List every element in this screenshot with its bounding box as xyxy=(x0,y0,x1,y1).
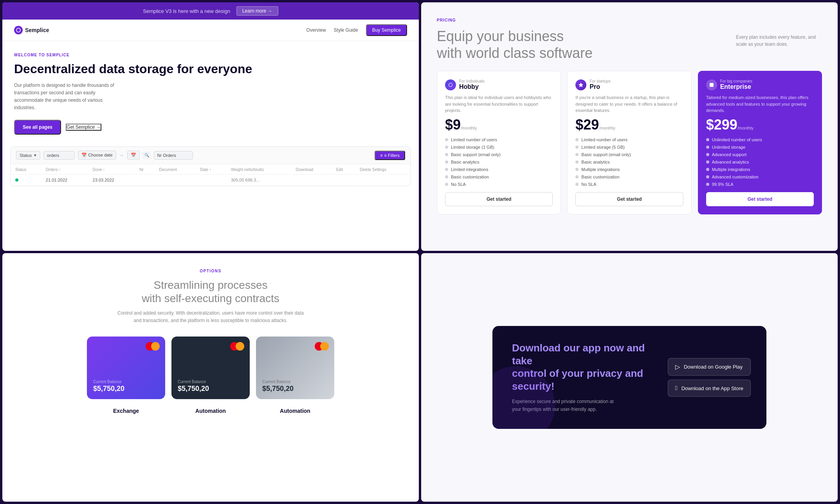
apple-icon:  xyxy=(675,385,678,392)
app-download-container: Download our app now and take control of… xyxy=(492,326,766,428)
google-play-button[interactable]: ▷ Download on Google Play xyxy=(668,358,751,376)
exchange-amount: $5,750,20 xyxy=(93,385,159,393)
date-select[interactable]: 📅 Choose date xyxy=(78,151,116,160)
status-indicator xyxy=(15,178,18,182)
panel-landing: Semplice V3 is here with a new design Le… xyxy=(2,2,419,251)
enterprise-get-started-button[interactable]: Get started xyxy=(706,192,814,206)
hobby-tier: For Individuals xyxy=(459,79,485,83)
data-table: Status Orders ↑ Done ↑ Nr Document Date … xyxy=(11,164,411,186)
svg-point-0 xyxy=(16,28,20,32)
nr-orders-input[interactable]: Nr Orders xyxy=(154,151,193,160)
col-done: Done ↑ xyxy=(89,165,135,175)
hobby-name: Hobby xyxy=(459,83,485,90)
pricing-card-pro: For startups Pro If you're a small busin… xyxy=(567,71,691,214)
table-row: 21.01.2022 23.03.2022 305.05 698.3... xyxy=(11,175,410,185)
pro-features: Limited number of users Limited storage … xyxy=(575,137,683,187)
option-cards-row: Current Balance $5,750,20 Exchange Curre… xyxy=(18,337,403,414)
col-status: Status xyxy=(11,165,41,175)
automation-card-1: Current Balance $5,750,20 xyxy=(171,337,250,399)
enterprise-name: Enterprise xyxy=(720,83,752,90)
card-sublabel-3: Current Balance xyxy=(262,380,328,384)
hobby-features: Limited number of users Limited storage … xyxy=(445,137,553,187)
pro-get-started-button[interactable]: Get started xyxy=(575,192,683,206)
nav: Semplice Overview Style Guide Buy Sempli… xyxy=(2,20,419,41)
automation-amount-1: $5,750,20 xyxy=(178,385,243,393)
col-edit: Edit xyxy=(332,165,355,175)
play-store-icon: ▷ xyxy=(675,363,680,371)
col-date: Date ↑ xyxy=(196,165,226,175)
filters-button[interactable]: ≡ ≡ Filters xyxy=(375,151,405,160)
pricing-cards: For Individuals Hobby This plan is ideal… xyxy=(437,71,822,214)
options-title: Streamlining processes with self-executi… xyxy=(142,279,279,305)
col-nr: Nr xyxy=(135,165,154,175)
pro-desc: If you're a small business or a startup,… xyxy=(575,94,683,114)
search-icon[interactable]: 🔍 xyxy=(143,151,151,159)
hero-buttons: See all pages Get Semplice → xyxy=(14,120,407,135)
automation-card-wrapper-1: Current Balance $5,750,20 Automation xyxy=(171,337,250,414)
google-play-label: Download on Google Play xyxy=(684,364,743,370)
hero-tag: WELCOME TO SEMPLICE xyxy=(14,53,407,57)
automation-card-2: Current Balance $5,750,20 xyxy=(256,337,334,399)
orders-input[interactable]: orders xyxy=(43,151,75,160)
pro-tier: For startups xyxy=(589,79,610,83)
pro-price: $29/monthly xyxy=(575,118,683,132)
app-store-label: Download on the App Store xyxy=(681,385,743,391)
app-download-buttons: ▷ Download on Google Play  Download on … xyxy=(668,358,751,397)
logo: Semplice xyxy=(14,26,49,34)
svg-rect-2 xyxy=(710,83,714,87)
hobby-icon xyxy=(445,79,456,90)
enterprise-features: Unlimited number of users Unlimited stor… xyxy=(706,137,814,187)
hobby-get-started-button[interactable]: Get started xyxy=(445,192,553,206)
status-select[interactable]: Status ▼ xyxy=(16,151,40,160)
pro-icon xyxy=(575,79,586,90)
topbar: Semplice V3 is here with a new design Le… xyxy=(2,2,419,20)
logo-icon xyxy=(14,26,23,34)
buy-semplice-button[interactable]: Buy Semplice xyxy=(366,24,407,36)
panel-pricing: PRICING Equip your business with world c… xyxy=(421,2,838,251)
exchange-card: Current Balance $5,750,20 xyxy=(87,337,165,399)
nav-overview[interactable]: Overview xyxy=(306,27,326,33)
mastercard-logo-3 xyxy=(315,342,329,351)
panel-options: OPTIONS Streamlining processes with self… xyxy=(2,253,419,502)
svg-marker-1 xyxy=(579,83,583,87)
mc-yellow-2 xyxy=(236,342,244,351)
pricing-card-enterprise: For big companies Enterprise Tailored fo… xyxy=(698,71,822,214)
hero-title: Decentralized data storage for everyone xyxy=(14,62,407,76)
hero-section: WELCOME TO SEMPLICE Decentralized data s… xyxy=(2,41,419,142)
enterprise-price: $299/monthly xyxy=(706,118,814,132)
nav-links: Overview Style Guide Buy Semplice xyxy=(306,24,407,36)
dashboard-preview: Status ▼ orders 📅 Choose date → 📅 🔍 Nr O… xyxy=(10,146,411,186)
panel-app-download: Download our app now and take control of… xyxy=(421,253,838,502)
card-sublabel: Current Balance xyxy=(93,380,159,384)
pricing-subtitle: Every plan includes every feature, and s… xyxy=(736,34,822,48)
exchange-label: Exchange xyxy=(113,408,139,414)
enterprise-desc: Tailored for medium-sized businesses, th… xyxy=(706,94,814,114)
get-semplice-button[interactable]: Get Semplice → xyxy=(66,124,101,131)
col-download: Download xyxy=(292,165,332,175)
pro-name: Pro xyxy=(589,83,610,90)
learn-more-button[interactable]: Learn more → xyxy=(236,6,278,16)
col-delete: Delete Settings xyxy=(356,165,410,175)
col-orders: Orders ↑ xyxy=(42,165,88,175)
options-tag: OPTIONS xyxy=(200,269,222,273)
automation-card-wrapper-2: Current Balance $5,750,20 Automation xyxy=(256,337,334,414)
logo-text: Semplice xyxy=(25,27,49,33)
date-end-select[interactable]: 📅 xyxy=(127,151,140,160)
topbar-text: Semplice V3 is here with a new design xyxy=(143,8,230,14)
app-store-button[interactable]:  Download on the App Store xyxy=(668,380,751,397)
hobby-desc: This plan is ideal for individual users … xyxy=(445,94,553,114)
hero-description: Our platform is designed to handle thous… xyxy=(14,82,124,112)
automation-label-2: Automation xyxy=(280,408,310,414)
filter-icon: ≡ xyxy=(380,153,382,158)
options-description: Control and added security. With decentr… xyxy=(117,310,305,324)
nav-style-guide[interactable]: Style Guide xyxy=(334,27,358,33)
enterprise-tier: For big companies xyxy=(720,79,752,83)
automation-amount-2: $5,750,20 xyxy=(262,385,328,393)
col-doc: Document xyxy=(155,165,195,175)
automation-label-1: Automation xyxy=(195,408,226,414)
enterprise-icon xyxy=(706,79,717,90)
pricing-card-hobby: For Individuals Hobby This plan is ideal… xyxy=(437,71,561,214)
see-all-pages-button[interactable]: See all pages xyxy=(14,120,61,135)
hobby-price: $9/monthly xyxy=(445,118,553,132)
mastercard-logo-2 xyxy=(230,342,244,351)
